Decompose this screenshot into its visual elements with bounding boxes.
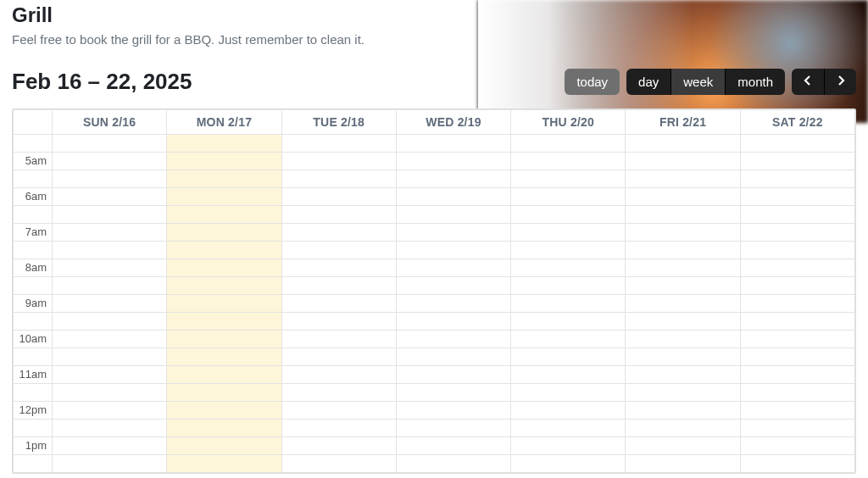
time-slot[interactable] — [281, 224, 396, 242]
time-slot[interactable] — [53, 313, 167, 331]
time-slot[interactable] — [626, 224, 740, 242]
time-slot[interactable] — [167, 242, 281, 259]
time-slot[interactable] — [281, 153, 396, 170]
time-slot[interactable] — [281, 384, 396, 402]
view-day-button[interactable]: day — [626, 69, 670, 95]
prev-button[interactable] — [792, 69, 824, 95]
time-slot[interactable] — [740, 348, 854, 366]
view-week-button[interactable]: week — [670, 69, 725, 95]
time-slot[interactable] — [511, 331, 626, 348]
time-slot[interactable] — [396, 437, 510, 455]
time-slot[interactable] — [167, 402, 281, 420]
time-slot[interactable] — [740, 420, 854, 437]
time-slot[interactable] — [396, 224, 510, 242]
time-slot[interactable] — [281, 366, 396, 384]
time-slot[interactable] — [396, 295, 510, 313]
time-slot[interactable] — [740, 224, 854, 242]
time-slot[interactable] — [626, 384, 740, 402]
time-slot[interactable] — [53, 402, 167, 420]
time-slot[interactable] — [396, 384, 510, 402]
time-slot[interactable] — [396, 455, 510, 473]
time-slot[interactable] — [396, 348, 510, 366]
time-slot[interactable] — [396, 259, 510, 277]
time-slot[interactable] — [53, 188, 167, 206]
time-slot[interactable] — [281, 437, 396, 455]
time-slot[interactable] — [511, 242, 626, 259]
time-slot[interactable] — [626, 420, 740, 437]
time-slot[interactable] — [167, 188, 281, 206]
time-slot[interactable] — [396, 402, 510, 420]
time-slot[interactable] — [167, 295, 281, 313]
time-slot[interactable] — [740, 242, 854, 259]
time-slot[interactable] — [626, 242, 740, 259]
time-slot[interactable] — [281, 170, 396, 188]
time-slot[interactable] — [281, 277, 396, 295]
time-slot[interactable] — [740, 313, 854, 331]
time-slot[interactable] — [740, 455, 854, 473]
time-slot[interactable] — [740, 331, 854, 348]
time-slot[interactable] — [511, 420, 626, 437]
time-slot[interactable] — [626, 366, 740, 384]
time-slot[interactable] — [396, 420, 510, 437]
time-slot[interactable] — [167, 384, 281, 402]
time-slot[interactable] — [396, 188, 510, 206]
time-slot[interactable] — [167, 455, 281, 473]
time-slot[interactable] — [53, 348, 167, 366]
time-slot[interactable] — [511, 437, 626, 455]
time-slot[interactable] — [167, 153, 281, 170]
time-slot[interactable] — [281, 295, 396, 313]
time-slot[interactable] — [511, 277, 626, 295]
time-slot[interactable] — [740, 437, 854, 455]
time-slot[interactable] — [281, 348, 396, 366]
time-slot[interactable] — [167, 420, 281, 437]
time-slot[interactable] — [626, 259, 740, 277]
time-slot[interactable] — [281, 206, 396, 224]
time-slot[interactable] — [511, 455, 626, 473]
time-slot[interactable] — [626, 135, 740, 153]
time-slot[interactable] — [511, 170, 626, 188]
time-slot[interactable] — [396, 153, 510, 170]
time-slot[interactable] — [740, 384, 854, 402]
time-slot[interactable] — [281, 420, 396, 437]
time-slot[interactable] — [53, 242, 167, 259]
time-slot[interactable] — [740, 170, 854, 188]
time-slot[interactable] — [53, 224, 167, 242]
time-slot[interactable] — [740, 277, 854, 295]
time-slot[interactable] — [396, 277, 510, 295]
time-slot[interactable] — [53, 455, 167, 473]
time-slot[interactable] — [281, 402, 396, 420]
time-slot[interactable] — [626, 437, 740, 455]
time-slot[interactable] — [511, 135, 626, 153]
time-slot[interactable] — [167, 206, 281, 224]
time-slot[interactable] — [626, 188, 740, 206]
time-slot[interactable] — [167, 259, 281, 277]
time-slot[interactable] — [281, 455, 396, 473]
time-slot[interactable] — [511, 366, 626, 384]
time-slot[interactable] — [626, 277, 740, 295]
time-slot[interactable] — [53, 206, 167, 224]
time-slot[interactable] — [53, 420, 167, 437]
time-slot[interactable] — [281, 313, 396, 331]
time-slot[interactable] — [626, 295, 740, 313]
time-slot[interactable] — [626, 313, 740, 331]
time-slot[interactable] — [740, 366, 854, 384]
time-slot[interactable] — [396, 242, 510, 259]
view-month-button[interactable]: month — [725, 69, 785, 95]
time-slot[interactable] — [511, 259, 626, 277]
time-slot[interactable] — [626, 402, 740, 420]
time-slot[interactable] — [740, 402, 854, 420]
time-slot[interactable] — [53, 384, 167, 402]
time-slot[interactable] — [740, 188, 854, 206]
time-slot[interactable] — [396, 313, 510, 331]
time-slot[interactable] — [511, 188, 626, 206]
time-slot[interactable] — [53, 135, 167, 153]
time-slot[interactable] — [626, 348, 740, 366]
time-slot[interactable] — [281, 331, 396, 348]
time-slot[interactable] — [396, 331, 510, 348]
time-slot[interactable] — [167, 366, 281, 384]
time-slot[interactable] — [626, 331, 740, 348]
time-slot[interactable] — [740, 135, 854, 153]
time-slot[interactable] — [167, 135, 281, 153]
time-slot[interactable] — [511, 206, 626, 224]
time-slot[interactable] — [167, 348, 281, 366]
